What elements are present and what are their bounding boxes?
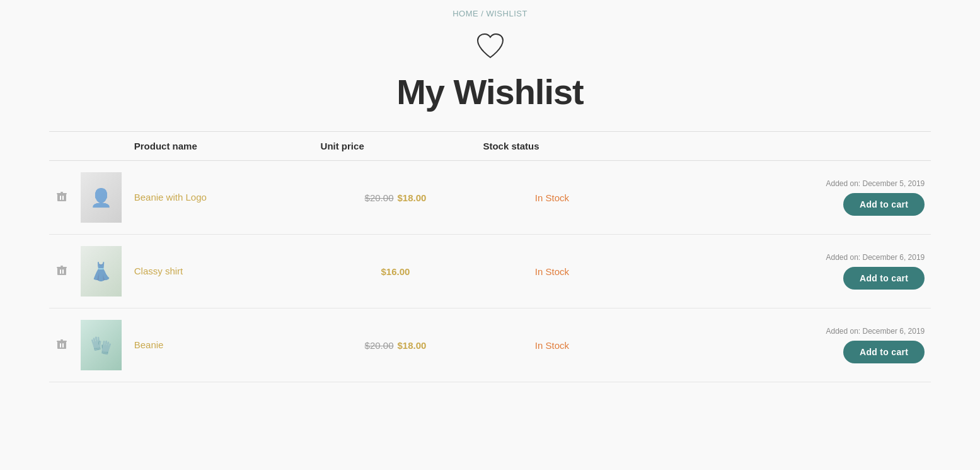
svg-rect-5 (57, 267, 66, 275)
table-row: 👗Classy shirt$16.00In Stock Added on: De… (49, 235, 931, 308)
sale-price: $18.00 (397, 192, 426, 203)
product-name-cell: Beanie (128, 308, 314, 382)
remove-item-button[interactable] (55, 190, 68, 206)
added-date: Added on: December 6, 2019 (634, 327, 925, 336)
remove-item-button[interactable] (55, 338, 68, 353)
svg-rect-1 (61, 192, 63, 193)
product-image-cell: 🧤 (74, 308, 128, 382)
stock-status-cell: In Stock (476, 308, 627, 382)
page-title: My Wishlist (396, 71, 584, 112)
svg-rect-2 (57, 193, 67, 194)
remove-cell (49, 308, 74, 382)
regular-price: $16.00 (381, 266, 410, 277)
product-name-link[interactable]: Classy shirt (134, 266, 183, 276)
product-image-cell: 👗 (74, 235, 128, 308)
svg-rect-3 (60, 196, 61, 200)
remove-item-button[interactable] (55, 264, 68, 279)
th-stock-status: Stock status (476, 132, 627, 161)
product-name-link[interactable]: Beanie (134, 339, 164, 350)
table-row: 🧤Beanie$20.00$18.00In Stock Added on: De… (49, 308, 931, 382)
action-cell: Added on: December 6, 2019 Add to cart (628, 308, 931, 382)
svg-rect-4 (62, 196, 64, 200)
th-image (74, 132, 128, 161)
svg-rect-6 (61, 266, 63, 267)
product-price-cell: $16.00 (314, 235, 477, 308)
th-remove (49, 132, 74, 161)
th-product-name: Product name (128, 132, 314, 161)
stock-status-text: In Stock (535, 266, 569, 277)
product-image: 👤 (81, 172, 122, 223)
remove-cell (49, 235, 74, 308)
product-name-cell: Beanie with Logo (128, 161, 314, 235)
table-row: 👤Beanie with Logo$20.00$18.00In Stock Ad… (49, 161, 931, 235)
svg-rect-13 (60, 343, 61, 348)
page-header: My Wishlist (0, 23, 980, 131)
stock-status-cell: In Stock (476, 161, 627, 235)
sale-price: $18.00 (397, 340, 426, 351)
product-image: 🧤 (81, 320, 122, 370)
breadcrumb: HOME / WISHLIST (0, 0, 980, 23)
add-to-cart-button[interactable]: Add to cart (843, 341, 925, 363)
stock-status-text: In Stock (535, 192, 569, 203)
breadcrumb-separator: / (478, 9, 486, 18)
heart-icon (474, 30, 507, 65)
product-image: 👗 (81, 246, 122, 297)
stock-status-text: In Stock (535, 340, 569, 351)
svg-rect-7 (57, 267, 67, 268)
original-price: $20.00 (365, 192, 394, 203)
add-to-cart-button[interactable]: Add to cart (843, 193, 925, 216)
product-price-cell: $20.00$18.00 (314, 308, 477, 382)
product-price-cell: $20.00$18.00 (314, 161, 477, 235)
svg-rect-11 (61, 339, 63, 341)
svg-rect-12 (57, 341, 67, 342)
breadcrumb-home[interactable]: HOME (453, 9, 478, 18)
svg-rect-14 (62, 343, 64, 348)
add-to-cart-button[interactable]: Add to cart (843, 267, 925, 290)
svg-rect-10 (57, 341, 66, 349)
svg-rect-9 (62, 269, 64, 274)
table-header-row: Product name Unit price Stock status (49, 132, 931, 161)
breadcrumb-current: WISHLIST (486, 9, 527, 18)
added-date: Added on: December 5, 2019 (634, 179, 925, 188)
svg-rect-8 (60, 269, 61, 274)
wishlist-table: Product name Unit price Stock status 👤Be… (49, 131, 931, 382)
product-image-cell: 👤 (74, 161, 128, 235)
th-unit-price: Unit price (314, 132, 477, 161)
product-name-cell: Classy shirt (128, 235, 314, 308)
action-cell: Added on: December 6, 2019 Add to cart (628, 235, 931, 308)
th-action (628, 132, 931, 161)
svg-rect-0 (57, 194, 66, 201)
product-name-link[interactable]: Beanie with Logo (134, 192, 207, 203)
stock-status-cell: In Stock (476, 235, 627, 308)
action-cell: Added on: December 5, 2019 Add to cart (628, 161, 931, 235)
added-date: Added on: December 6, 2019 (634, 253, 925, 262)
original-price: $20.00 (365, 340, 394, 351)
remove-cell (49, 161, 74, 235)
